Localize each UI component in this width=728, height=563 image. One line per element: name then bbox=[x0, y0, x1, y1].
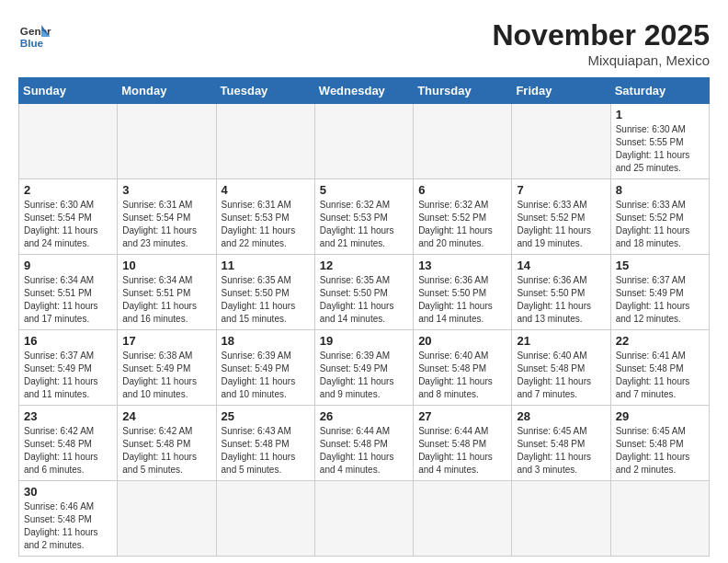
calendar-day-cell: 20Sunrise: 6:40 AM Sunset: 5:48 PM Dayli… bbox=[414, 330, 512, 406]
calendar-day-cell: 17Sunrise: 6:38 AM Sunset: 5:49 PM Dayli… bbox=[118, 330, 216, 406]
month-title: November 2025 bbox=[492, 18, 710, 52]
day-info: Sunrise: 6:37 AM Sunset: 5:49 PM Dayligh… bbox=[24, 350, 112, 401]
calendar-day-cell: 13Sunrise: 6:36 AM Sunset: 5:50 PM Dayli… bbox=[414, 255, 512, 330]
day-info: Sunrise: 6:32 AM Sunset: 5:52 PM Dayligh… bbox=[418, 199, 506, 250]
day-info: Sunrise: 6:38 AM Sunset: 5:49 PM Dayligh… bbox=[122, 350, 210, 401]
calendar-day-cell: 25Sunrise: 6:43 AM Sunset: 5:48 PM Dayli… bbox=[216, 406, 314, 481]
weekday-header: Wednesday bbox=[314, 78, 413, 104]
logo: General Blue bbox=[18, 18, 51, 52]
day-number: 23 bbox=[24, 409, 112, 423]
calendar-day-cell: 15Sunrise: 6:37 AM Sunset: 5:49 PM Dayli… bbox=[610, 255, 709, 330]
calendar-day-cell: 7Sunrise: 6:33 AM Sunset: 5:52 PM Daylig… bbox=[512, 179, 610, 255]
day-info: Sunrise: 6:40 AM Sunset: 5:48 PM Dayligh… bbox=[418, 350, 506, 401]
calendar-day-cell: 26Sunrise: 6:44 AM Sunset: 5:48 PM Dayli… bbox=[314, 406, 413, 481]
day-info: Sunrise: 6:30 AM Sunset: 5:55 PM Dayligh… bbox=[616, 123, 704, 175]
weekday-header: Saturday bbox=[610, 78, 709, 104]
calendar-day-cell: 11Sunrise: 6:35 AM Sunset: 5:50 PM Dayli… bbox=[216, 255, 314, 330]
day-info: Sunrise: 6:45 AM Sunset: 5:48 PM Dayligh… bbox=[517, 425, 605, 477]
day-info: Sunrise: 6:30 AM Sunset: 5:54 PM Dayligh… bbox=[24, 199, 112, 250]
day-info: Sunrise: 6:36 AM Sunset: 5:50 PM Dayligh… bbox=[517, 274, 605, 326]
day-number: 17 bbox=[122, 334, 210, 348]
day-number: 18 bbox=[222, 334, 310, 348]
calendar-day-cell: 27Sunrise: 6:44 AM Sunset: 5:48 PM Dayli… bbox=[414, 406, 512, 481]
day-info: Sunrise: 6:39 AM Sunset: 5:49 PM Dayligh… bbox=[320, 350, 408, 401]
day-info: Sunrise: 6:43 AM Sunset: 5:48 PM Dayligh… bbox=[222, 425, 310, 477]
day-info: Sunrise: 6:42 AM Sunset: 5:48 PM Dayligh… bbox=[24, 425, 112, 477]
calendar-day-cell: 5Sunrise: 6:32 AM Sunset: 5:53 PM Daylig… bbox=[314, 179, 413, 255]
logo-icon: General Blue bbox=[18, 18, 51, 52]
day-info: Sunrise: 6:35 AM Sunset: 5:50 PM Dayligh… bbox=[222, 274, 310, 326]
calendar-day-cell bbox=[314, 481, 413, 557]
calendar-day-cell: 19Sunrise: 6:39 AM Sunset: 5:49 PM Dayli… bbox=[314, 330, 413, 406]
day-number: 25 bbox=[222, 409, 310, 423]
day-number: 22 bbox=[616, 334, 704, 348]
calendar-day-cell: 18Sunrise: 6:39 AM Sunset: 5:49 PM Dayli… bbox=[216, 330, 314, 406]
day-number: 12 bbox=[320, 259, 408, 272]
day-number: 29 bbox=[616, 409, 704, 423]
calendar-week-row: 1Sunrise: 6:30 AM Sunset: 5:55 PM Daylig… bbox=[19, 104, 710, 179]
page-header: General Blue November 2025 Mixquiapan, M… bbox=[18, 18, 710, 68]
calendar-day-cell: 21Sunrise: 6:40 AM Sunset: 5:48 PM Dayli… bbox=[512, 330, 610, 406]
day-number: 5 bbox=[320, 183, 408, 197]
calendar-day-cell: 29Sunrise: 6:45 AM Sunset: 5:48 PM Dayli… bbox=[610, 406, 709, 481]
day-number: 6 bbox=[418, 183, 506, 197]
day-info: Sunrise: 6:34 AM Sunset: 5:51 PM Dayligh… bbox=[122, 274, 210, 326]
day-number: 1 bbox=[616, 108, 704, 121]
calendar-day-cell bbox=[414, 104, 512, 179]
calendar-day-cell bbox=[216, 481, 314, 557]
day-number: 9 bbox=[24, 259, 112, 272]
weekday-header: Monday bbox=[118, 78, 216, 104]
calendar-day-cell bbox=[610, 481, 709, 557]
calendar-day-cell bbox=[118, 104, 216, 179]
calendar-day-cell: 6Sunrise: 6:32 AM Sunset: 5:52 PM Daylig… bbox=[414, 179, 512, 255]
day-number: 30 bbox=[24, 485, 112, 499]
calendar-day-cell: 24Sunrise: 6:42 AM Sunset: 5:48 PM Dayli… bbox=[118, 406, 216, 481]
calendar-day-cell: 12Sunrise: 6:35 AM Sunset: 5:50 PM Dayli… bbox=[314, 255, 413, 330]
day-number: 4 bbox=[222, 183, 310, 197]
svg-text:Blue: Blue bbox=[20, 37, 44, 49]
calendar-day-cell: 22Sunrise: 6:41 AM Sunset: 5:48 PM Dayli… bbox=[610, 330, 709, 406]
day-info: Sunrise: 6:34 AM Sunset: 5:51 PM Dayligh… bbox=[24, 274, 112, 326]
day-info: Sunrise: 6:33 AM Sunset: 5:52 PM Dayligh… bbox=[517, 199, 605, 250]
calendar-day-cell: 3Sunrise: 6:31 AM Sunset: 5:54 PM Daylig… bbox=[118, 179, 216, 255]
title-block: November 2025 Mixquiapan, Mexico bbox=[492, 18, 710, 68]
day-info: Sunrise: 6:32 AM Sunset: 5:53 PM Dayligh… bbox=[320, 199, 408, 250]
day-number: 10 bbox=[122, 259, 210, 272]
calendar-day-cell bbox=[512, 481, 610, 557]
calendar-day-cell bbox=[512, 104, 610, 179]
day-number: 13 bbox=[418, 259, 506, 272]
day-number: 19 bbox=[320, 334, 408, 348]
calendar-day-cell: 28Sunrise: 6:45 AM Sunset: 5:48 PM Dayli… bbox=[512, 406, 610, 481]
day-info: Sunrise: 6:39 AM Sunset: 5:49 PM Dayligh… bbox=[222, 350, 310, 401]
calendar-day-cell: 8Sunrise: 6:33 AM Sunset: 5:52 PM Daylig… bbox=[610, 179, 709, 255]
day-info: Sunrise: 6:33 AM Sunset: 5:52 PM Dayligh… bbox=[616, 199, 704, 250]
calendar-day-cell: 10Sunrise: 6:34 AM Sunset: 5:51 PM Dayli… bbox=[118, 255, 216, 330]
calendar-week-row: 30Sunrise: 6:46 AM Sunset: 5:48 PM Dayli… bbox=[19, 481, 710, 557]
weekday-header: Friday bbox=[512, 78, 610, 104]
day-number: 3 bbox=[122, 183, 210, 197]
day-number: 16 bbox=[24, 334, 112, 348]
day-info: Sunrise: 6:42 AM Sunset: 5:48 PM Dayligh… bbox=[122, 425, 210, 477]
day-number: 11 bbox=[222, 259, 310, 272]
day-number: 2 bbox=[24, 183, 112, 197]
day-number: 20 bbox=[418, 334, 506, 348]
calendar-day-cell bbox=[314, 104, 413, 179]
calendar-day-cell: 30Sunrise: 6:46 AM Sunset: 5:48 PM Dayli… bbox=[19, 481, 118, 557]
day-number: 28 bbox=[517, 409, 605, 423]
calendar-day-cell bbox=[19, 104, 118, 179]
calendar-week-row: 23Sunrise: 6:42 AM Sunset: 5:48 PM Dayli… bbox=[19, 406, 710, 481]
location: Mixquiapan, Mexico bbox=[492, 52, 710, 68]
day-number: 26 bbox=[320, 409, 408, 423]
calendar-day-cell: 14Sunrise: 6:36 AM Sunset: 5:50 PM Dayli… bbox=[512, 255, 610, 330]
day-number: 14 bbox=[517, 259, 605, 272]
calendar-day-cell: 4Sunrise: 6:31 AM Sunset: 5:53 PM Daylig… bbox=[216, 179, 314, 255]
calendar-day-cell bbox=[118, 481, 216, 557]
day-info: Sunrise: 6:46 AM Sunset: 5:48 PM Dayligh… bbox=[24, 500, 112, 552]
day-number: 8 bbox=[616, 183, 704, 197]
calendar-week-row: 2Sunrise: 6:30 AM Sunset: 5:54 PM Daylig… bbox=[19, 179, 710, 255]
calendar-week-row: 9Sunrise: 6:34 AM Sunset: 5:51 PM Daylig… bbox=[19, 255, 710, 330]
day-info: Sunrise: 6:41 AM Sunset: 5:48 PM Dayligh… bbox=[616, 350, 704, 401]
day-info: Sunrise: 6:44 AM Sunset: 5:48 PM Dayligh… bbox=[320, 425, 408, 477]
calendar-day-cell: 16Sunrise: 6:37 AM Sunset: 5:49 PM Dayli… bbox=[19, 330, 118, 406]
day-info: Sunrise: 6:36 AM Sunset: 5:50 PM Dayligh… bbox=[418, 274, 506, 326]
